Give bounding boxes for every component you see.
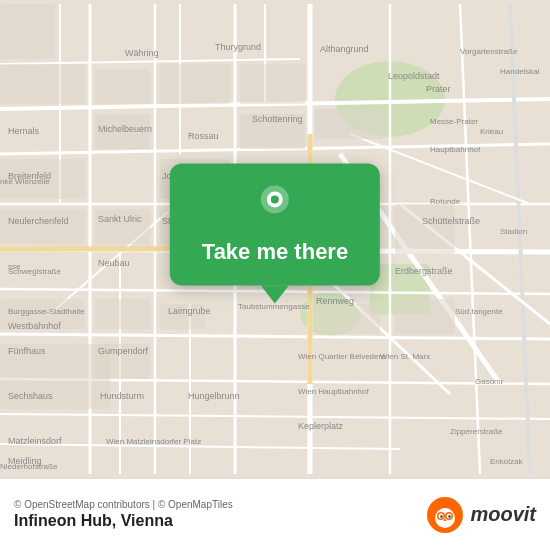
svg-text:Neulerchenfeld: Neulerchenfeld	[8, 216, 69, 226]
app-container: Währing Thurygrund Althangrund Leopoldst…	[0, 0, 550, 550]
svg-text:Michelbeuern: Michelbeuern	[98, 124, 152, 134]
svg-text:Schottenring: Schottenring	[252, 114, 303, 124]
svg-rect-51	[240, 64, 305, 104]
location-icon-wrapper	[252, 181, 298, 231]
svg-rect-46	[395, 299, 455, 334]
svg-text:Burggasse-Stadthalle: Burggasse-Stadthalle	[8, 307, 85, 316]
svg-text:Leopoldstadt: Leopoldstadt	[388, 71, 440, 81]
cta-card[interactable]: Take me there	[170, 163, 380, 285]
svg-text:Prater: Prater	[426, 84, 451, 94]
svg-rect-52	[0, 4, 55, 59]
svg-text:Vorgartenstraße: Vorgartenstraße	[460, 47, 518, 56]
svg-text:Wien Quartier Belvedere: Wien Quartier Belvedere	[298, 352, 386, 361]
svg-text:Sechshaus: Sechshaus	[8, 391, 53, 401]
moovit-brand-text: moovit	[470, 503, 536, 526]
svg-text:Niederhofstraße: Niederhofstraße	[0, 462, 58, 471]
svg-text:Handelskai: Handelskai	[500, 67, 540, 76]
attribution-text: © OpenStreetMap contributors | © OpenMap…	[14, 499, 233, 510]
svg-text:Zippererstraße: Zippererstraße	[450, 427, 503, 436]
svg-point-115	[449, 515, 451, 517]
svg-point-114	[441, 515, 443, 517]
moovit-logo[interactable]: moovit	[426, 496, 536, 534]
svg-text:Schweglstraße: Schweglstraße	[8, 267, 61, 276]
svg-text:Hungelbrunn: Hungelbrunn	[188, 391, 240, 401]
svg-text:Krieau: Krieau	[480, 127, 503, 136]
svg-text:Enkolzak: Enkolzak	[490, 457, 523, 466]
svg-text:Erdbergstraße: Erdbergstraße	[395, 266, 453, 276]
svg-text:Althangrund: Althangrund	[320, 44, 369, 54]
cta-overlay: Take me there	[170, 163, 380, 303]
svg-text:Westbahnhof: Westbahnhof	[8, 321, 61, 331]
svg-text:Hundsturm: Hundsturm	[100, 391, 144, 401]
svg-text:Gumpendorf: Gumpendorf	[98, 346, 149, 356]
location-name: Infineon Hub, Vienna	[14, 512, 233, 530]
svg-rect-50	[160, 64, 230, 104]
svg-text:Hernals: Hernals	[8, 126, 40, 136]
svg-text:Laimgrube: Laimgrube	[168, 306, 211, 316]
map-area: Währing Thurygrund Althangrund Leopoldst…	[0, 0, 550, 478]
svg-text:Neubau: Neubau	[98, 258, 130, 268]
svg-text:Messe-Prater: Messe-Prater	[430, 117, 478, 126]
svg-rect-40	[95, 299, 150, 329]
svg-rect-45	[315, 304, 380, 334]
svg-text:Wien St. Marx: Wien St. Marx	[380, 352, 430, 361]
cta-button-label[interactable]: Take me there	[202, 239, 348, 265]
svg-text:Stadion: Stadion	[500, 227, 527, 236]
svg-rect-49	[95, 69, 150, 104]
svg-rect-47	[395, 204, 455, 254]
svg-text:Wien Hauptbahnhof: Wien Hauptbahnhof	[298, 387, 369, 396]
info-bar: © OpenStreetMap contributors | © OpenMap…	[0, 478, 550, 550]
svg-text:Rotunde: Rotunde	[430, 197, 461, 206]
svg-text:Währing: Währing	[125, 48, 159, 58]
svg-text:Keplerplatz: Keplerplatz	[298, 421, 344, 431]
svg-text:Sankt Ulric: Sankt Ulric	[98, 214, 142, 224]
svg-point-107	[271, 195, 279, 203]
svg-rect-34	[315, 109, 385, 139]
svg-text:Matzleinsdorf: Matzleinsdorf	[8, 436, 62, 446]
info-left: © OpenStreetMap contributors | © OpenMap…	[14, 499, 233, 530]
svg-text:Fünfhaus: Fünfhaus	[8, 346, 46, 356]
location-pin-icon	[252, 181, 298, 227]
svg-rect-48	[0, 64, 85, 104]
svg-text:Rossau: Rossau	[188, 131, 219, 141]
svg-rect-37	[0, 209, 85, 244]
svg-text:Thurygrund: Thurygrund	[215, 42, 261, 52]
svg-text:Schüttelstraße: Schüttelstraße	[422, 216, 480, 226]
svg-text:Wien Matzleinsdorfer Platz: Wien Matzleinsdorfer Platz	[106, 437, 201, 446]
svg-text:Gasomr: Gasomr	[475, 377, 504, 386]
moovit-icon	[426, 496, 464, 534]
svg-text:Hauptbahnhof: Hauptbahnhof	[430, 145, 481, 154]
svg-text:Süd.tangente: Süd.tangente	[455, 307, 503, 316]
svg-text:nke Wienzeile: nke Wienzeile	[0, 177, 50, 186]
map-pin-triangle	[261, 285, 289, 303]
